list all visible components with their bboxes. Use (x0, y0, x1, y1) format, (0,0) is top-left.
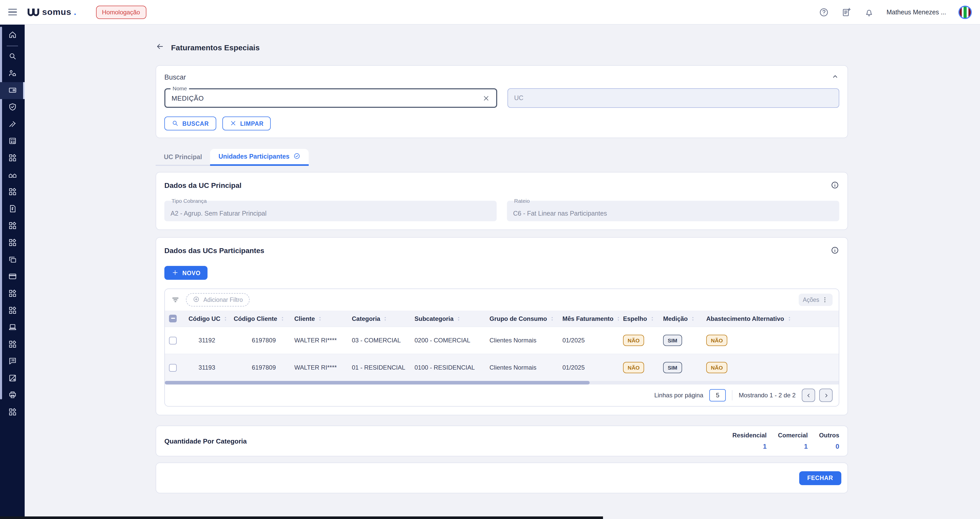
sidebar-item-clients[interactable] (0, 65, 25, 82)
sidebar-item-printing[interactable] (0, 387, 25, 404)
notifications-bell-icon[interactable] (864, 7, 874, 17)
table-container: Adicionar Filtro Ações Códi (164, 289, 839, 406)
prev-page-button[interactable] (802, 389, 815, 402)
summary-title: Quantidade Por Categoria (164, 437, 247, 445)
info-icon[interactable] (830, 246, 839, 255)
sidebar-item-services[interactable] (0, 116, 25, 133)
uc-field[interactable]: UC (508, 88, 839, 108)
column-header-codigo-cliente[interactable]: Código Cliente (229, 311, 290, 327)
sidebar-item-modules-4[interactable] (0, 235, 25, 252)
cell-codigo-cliente: 6197809 (229, 354, 290, 381)
page-horizontal-scrollbar[interactable] (0, 516, 603, 519)
sidebar-item-cards[interactable] (0, 268, 25, 286)
cell-grupo-consumo: Clientes Normais (485, 327, 558, 354)
column-header-abastecimento-alternativo[interactable]: Abastecimento Alternativo (702, 311, 839, 327)
tab-unidades-participantes[interactable]: Unidades Participantes (210, 149, 309, 166)
row-checkbox[interactable] (169, 364, 177, 371)
nome-field-label: Nome (170, 85, 189, 91)
tab-uc-principal[interactable]: UC Principal (156, 149, 210, 166)
info-icon[interactable] (830, 181, 839, 189)
column-header-codigo-uc[interactable]: Código UC (185, 311, 229, 327)
clear-nome-icon[interactable] (482, 94, 490, 102)
help-icon[interactable] (819, 7, 829, 17)
novo-button[interactable]: NOVO (164, 266, 208, 280)
buscar-button[interactable]: BUSCAR (164, 116, 216, 130)
sort-icon[interactable] (223, 316, 229, 322)
column-header-grupo-consumo[interactable]: Grupo de Consumo (485, 311, 558, 327)
app-logo[interactable]: somus . (27, 7, 76, 17)
search-buttons-row: BUSCAR LIMPAR (164, 116, 839, 130)
cell-mes-faturamento: 01/2025 (558, 327, 619, 354)
sidebar-item-search[interactable] (0, 48, 25, 65)
shield-check-icon (8, 102, 17, 113)
cell-codigo-cliente: 6197809 (229, 327, 290, 354)
sidebar-item-billing[interactable] (0, 82, 25, 99)
widgets-icon (8, 289, 17, 299)
home-icon (8, 30, 17, 40)
cell-subcategoria: 0100 - RESIDENCIAL (410, 354, 485, 381)
column-header-espelho[interactable]: Espelho (619, 311, 659, 327)
sidebar-item-modules-3[interactable] (0, 217, 25, 235)
plus-icon (172, 269, 179, 277)
horizontal-scrollbar-thumb[interactable] (165, 381, 589, 384)
back-arrow-icon[interactable] (156, 42, 164, 52)
sort-icon[interactable] (279, 316, 285, 322)
sidebar-item-calculation[interactable] (0, 133, 25, 150)
collapse-chevron-icon[interactable] (831, 72, 839, 82)
note-add-icon[interactable] (841, 7, 851, 17)
sidebar-item-verification[interactable] (0, 99, 25, 116)
check-circle-icon (293, 152, 300, 161)
sort-icon[interactable] (616, 316, 619, 322)
sidebar-item-modules-6[interactable] (0, 302, 25, 319)
table-header-row: Código UCCódigo ClienteClienteCategoriaS… (165, 311, 839, 327)
column-header-cliente[interactable]: Cliente (290, 311, 348, 327)
sidebar-item-modules-5[interactable] (0, 286, 25, 302)
sidebar-item-images[interactable] (0, 370, 25, 387)
next-page-button[interactable] (819, 389, 833, 402)
column-header-medicao[interactable]: Medição (659, 311, 702, 327)
add-filter-button[interactable]: Adicionar Filtro (186, 293, 249, 306)
row-checkbox[interactable] (169, 336, 177, 344)
limpar-button[interactable]: LIMPAR (222, 116, 271, 130)
main-area: Faturamentos Especiais Buscar Nome MEDIÇ… (25, 25, 980, 519)
column-header-subcategoria[interactable]: Subcategoria (410, 311, 485, 327)
horizontal-scrollbar-track[interactable] (165, 381, 839, 384)
sidebar-item-home[interactable] (0, 27, 25, 44)
filter-icon[interactable] (171, 295, 180, 304)
sort-icon[interactable] (649, 316, 655, 322)
summary-column-residencial: Residencial1 (732, 432, 767, 450)
cell-codigo-uc: 31193 (185, 354, 229, 381)
sidebar-item-invoices[interactable] (0, 201, 25, 217)
sidebar-item-modules-2[interactable] (0, 184, 25, 201)
sort-icon[interactable] (317, 316, 323, 322)
user-name[interactable]: Matheus Menezes ... (886, 8, 946, 16)
sort-icon[interactable] (690, 316, 696, 322)
menu-hamburger-icon[interactable] (8, 8, 17, 16)
sidebar-item-modules-1[interactable] (0, 150, 25, 167)
fechar-button[interactable]: FECHAR (799, 471, 841, 485)
notes-icon (8, 357, 17, 367)
search-panel-header[interactable]: Buscar (164, 66, 839, 88)
avatar[interactable] (958, 5, 972, 19)
sort-icon[interactable] (549, 316, 555, 322)
sort-icon[interactable] (456, 316, 462, 322)
sidebar-item-modules-7[interactable] (0, 336, 25, 353)
cell-categoria: 03 - COMERCIAL (348, 327, 410, 354)
rows-per-page-input[interactable]: 5 (710, 389, 726, 402)
select-all-checkbox[interactable] (169, 315, 177, 322)
acoes-button[interactable]: Ações (799, 294, 833, 306)
column-header-categoria[interactable]: Categoria (348, 311, 410, 327)
sidebar-item-notes[interactable] (0, 353, 25, 370)
status-badge: NÃO (706, 335, 727, 346)
nome-field[interactable]: Nome MEDIÇÃO (164, 88, 497, 108)
sidebar-item-batches[interactable] (0, 252, 25, 268)
plus-circle-icon (192, 296, 200, 304)
sidebar-item-devices[interactable] (0, 319, 25, 336)
column-header-mes-faturamento[interactable]: Mês Faturamento (558, 311, 619, 327)
sidebar-item-properties[interactable] (0, 167, 25, 184)
widgets-icon (8, 407, 17, 417)
cell-cliente: WALTER RI**** (290, 354, 348, 381)
sort-icon[interactable] (382, 316, 388, 322)
sidebar-item-modules-8[interactable] (0, 404, 25, 421)
sort-icon[interactable] (786, 316, 792, 322)
